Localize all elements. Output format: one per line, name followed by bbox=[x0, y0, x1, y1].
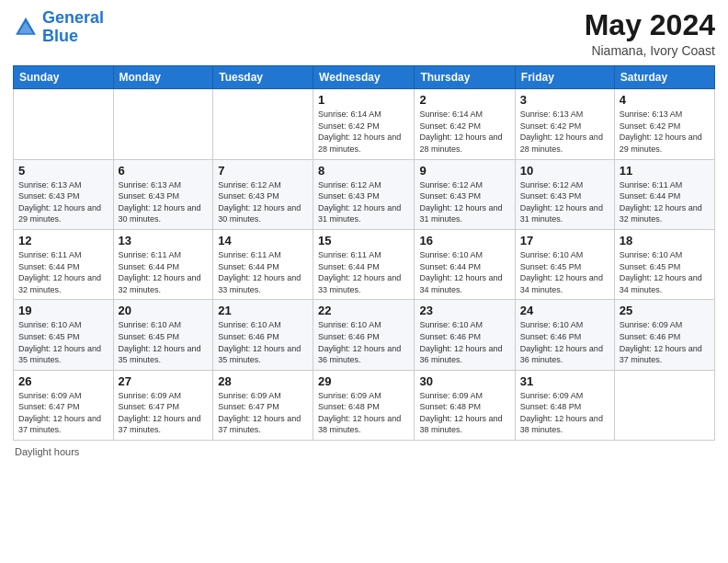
day-info: Sunrise: 6:09 AM Sunset: 6:47 PM Dayligh… bbox=[218, 390, 308, 436]
day-info: Sunrise: 6:13 AM Sunset: 6:42 PM Dayligh… bbox=[520, 109, 609, 155]
calendar-cell: 14Sunrise: 6:11 AM Sunset: 6:44 PM Dayli… bbox=[213, 229, 313, 299]
calendar-cell: 22Sunrise: 6:10 AM Sunset: 6:46 PM Dayli… bbox=[313, 300, 415, 370]
day-number: 15 bbox=[318, 234, 409, 247]
calendar-cell: 12Sunrise: 6:11 AM Sunset: 6:44 PM Dayli… bbox=[14, 229, 114, 299]
col-header-friday: Friday bbox=[515, 66, 614, 89]
calendar-cell: 20Sunrise: 6:10 AM Sunset: 6:45 PM Dayli… bbox=[113, 300, 213, 370]
day-info: Sunrise: 6:13 AM Sunset: 6:43 PM Dayligh… bbox=[119, 179, 209, 225]
calendar-cell: 11Sunrise: 6:11 AM Sunset: 6:44 PM Dayli… bbox=[614, 159, 714, 229]
location: Niamana, Ivory Coast bbox=[585, 43, 715, 58]
logo-icon bbox=[13, 15, 39, 40]
calendar-week-1: 1Sunrise: 6:14 AM Sunset: 6:42 PM Daylig… bbox=[14, 89, 715, 159]
day-number: 3 bbox=[520, 93, 609, 107]
calendar-cell: 29Sunrise: 6:09 AM Sunset: 6:48 PM Dayli… bbox=[313, 370, 415, 440]
day-number: 13 bbox=[119, 234, 209, 247]
calendar-header-row: SundayMondayTuesdayWednesdayThursdayFrid… bbox=[14, 66, 715, 89]
day-info: Sunrise: 6:09 AM Sunset: 6:48 PM Dayligh… bbox=[520, 390, 609, 436]
col-header-tuesday: Tuesday bbox=[213, 66, 313, 89]
day-info: Sunrise: 6:09 AM Sunset: 6:47 PM Dayligh… bbox=[18, 390, 108, 436]
day-info: Sunrise: 6:14 AM Sunset: 6:42 PM Dayligh… bbox=[318, 109, 409, 155]
calendar-cell: 25Sunrise: 6:09 AM Sunset: 6:46 PM Dayli… bbox=[614, 300, 714, 370]
day-number: 26 bbox=[18, 374, 108, 388]
day-number: 11 bbox=[620, 164, 710, 178]
day-info: Sunrise: 6:10 AM Sunset: 6:45 PM Dayligh… bbox=[119, 319, 209, 365]
day-number: 30 bbox=[419, 374, 509, 388]
calendar-cell: 8Sunrise: 6:12 AM Sunset: 6:43 PM Daylig… bbox=[313, 159, 415, 229]
day-info: Sunrise: 6:12 AM Sunset: 6:43 PM Dayligh… bbox=[218, 179, 308, 225]
day-info: Sunrise: 6:12 AM Sunset: 6:43 PM Dayligh… bbox=[419, 179, 509, 225]
calendar-cell bbox=[213, 89, 313, 159]
day-number: 16 bbox=[419, 234, 509, 247]
day-number: 9 bbox=[419, 164, 509, 178]
day-number: 12 bbox=[18, 234, 108, 247]
day-info: Sunrise: 6:09 AM Sunset: 6:48 PM Dayligh… bbox=[318, 390, 409, 436]
calendar-cell bbox=[113, 89, 213, 159]
calendar-cell: 4Sunrise: 6:13 AM Sunset: 6:42 PM Daylig… bbox=[614, 89, 714, 159]
calendar-cell: 16Sunrise: 6:10 AM Sunset: 6:44 PM Dayli… bbox=[415, 229, 515, 299]
col-header-wednesday: Wednesday bbox=[313, 66, 415, 89]
day-info: Sunrise: 6:09 AM Sunset: 6:46 PM Dayligh… bbox=[620, 319, 710, 365]
logo-general: General bbox=[42, 8, 104, 27]
day-number: 20 bbox=[119, 304, 209, 317]
day-info: Sunrise: 6:11 AM Sunset: 6:44 PM Dayligh… bbox=[119, 249, 209, 295]
day-number: 23 bbox=[419, 304, 509, 317]
logo-text: General Blue bbox=[42, 9, 104, 46]
day-number: 14 bbox=[218, 234, 308, 247]
calendar-cell bbox=[14, 89, 114, 159]
day-number: 29 bbox=[318, 374, 409, 388]
calendar-cell: 31Sunrise: 6:09 AM Sunset: 6:48 PM Dayli… bbox=[515, 370, 614, 440]
calendar-cell: 24Sunrise: 6:10 AM Sunset: 6:46 PM Dayli… bbox=[515, 300, 614, 370]
col-header-thursday: Thursday bbox=[415, 66, 515, 89]
daylight-label: Daylight hours bbox=[15, 446, 79, 457]
day-info: Sunrise: 6:10 AM Sunset: 6:45 PM Dayligh… bbox=[520, 249, 609, 295]
footer: Daylight hours bbox=[13, 446, 715, 457]
day-number: 18 bbox=[620, 234, 710, 247]
day-info: Sunrise: 6:11 AM Sunset: 6:44 PM Dayligh… bbox=[318, 249, 409, 295]
calendar-cell: 3Sunrise: 6:13 AM Sunset: 6:42 PM Daylig… bbox=[515, 89, 614, 159]
day-info: Sunrise: 6:10 AM Sunset: 6:46 PM Dayligh… bbox=[218, 319, 308, 365]
calendar-cell bbox=[614, 370, 714, 440]
day-number: 24 bbox=[520, 304, 609, 317]
calendar-cell: 1Sunrise: 6:14 AM Sunset: 6:42 PM Daylig… bbox=[313, 89, 415, 159]
calendar-cell: 9Sunrise: 6:12 AM Sunset: 6:43 PM Daylig… bbox=[415, 159, 515, 229]
col-header-sunday: Sunday bbox=[14, 66, 114, 89]
day-info: Sunrise: 6:09 AM Sunset: 6:48 PM Dayligh… bbox=[419, 390, 509, 436]
calendar-week-2: 5Sunrise: 6:13 AM Sunset: 6:43 PM Daylig… bbox=[14, 159, 715, 229]
col-header-monday: Monday bbox=[113, 66, 213, 89]
calendar-week-4: 19Sunrise: 6:10 AM Sunset: 6:45 PM Dayli… bbox=[14, 300, 715, 370]
day-info: Sunrise: 6:09 AM Sunset: 6:47 PM Dayligh… bbox=[119, 390, 209, 436]
day-info: Sunrise: 6:11 AM Sunset: 6:44 PM Dayligh… bbox=[620, 179, 710, 225]
day-number: 1 bbox=[318, 93, 409, 107]
day-info: Sunrise: 6:11 AM Sunset: 6:44 PM Dayligh… bbox=[18, 249, 108, 295]
day-info: Sunrise: 6:11 AM Sunset: 6:44 PM Dayligh… bbox=[218, 249, 308, 295]
calendar-cell: 7Sunrise: 6:12 AM Sunset: 6:43 PM Daylig… bbox=[213, 159, 313, 229]
day-info: Sunrise: 6:10 AM Sunset: 6:46 PM Dayligh… bbox=[318, 319, 409, 365]
day-info: Sunrise: 6:14 AM Sunset: 6:42 PM Dayligh… bbox=[419, 109, 509, 155]
day-number: 22 bbox=[318, 304, 409, 317]
calendar-week-5: 26Sunrise: 6:09 AM Sunset: 6:47 PM Dayli… bbox=[14, 370, 715, 440]
day-number: 27 bbox=[119, 374, 209, 388]
calendar-cell: 10Sunrise: 6:12 AM Sunset: 6:43 PM Dayli… bbox=[515, 159, 614, 229]
calendar-cell: 30Sunrise: 6:09 AM Sunset: 6:48 PM Dayli… bbox=[415, 370, 515, 440]
day-info: Sunrise: 6:12 AM Sunset: 6:43 PM Dayligh… bbox=[318, 179, 409, 225]
calendar-week-3: 12Sunrise: 6:11 AM Sunset: 6:44 PM Dayli… bbox=[14, 229, 715, 299]
calendar-cell: 13Sunrise: 6:11 AM Sunset: 6:44 PM Dayli… bbox=[113, 229, 213, 299]
calendar-cell: 23Sunrise: 6:10 AM Sunset: 6:46 PM Dayli… bbox=[415, 300, 515, 370]
day-number: 4 bbox=[620, 93, 710, 107]
day-number: 31 bbox=[520, 374, 609, 388]
day-number: 25 bbox=[620, 304, 710, 317]
calendar-table: SundayMondayTuesdayWednesdayThursdayFrid… bbox=[13, 65, 715, 441]
day-number: 7 bbox=[218, 164, 308, 178]
day-info: Sunrise: 6:10 AM Sunset: 6:46 PM Dayligh… bbox=[520, 319, 609, 365]
title-block: May 2024 Niamana, Ivory Coast bbox=[585, 9, 715, 58]
page: General Blue May 2024 Niamana, Ivory Coa… bbox=[0, 0, 728, 563]
day-info: Sunrise: 6:10 AM Sunset: 6:45 PM Dayligh… bbox=[18, 319, 108, 365]
day-number: 19 bbox=[18, 304, 108, 317]
col-header-saturday: Saturday bbox=[614, 66, 714, 89]
month-year: May 2024 bbox=[585, 9, 715, 41]
day-info: Sunrise: 6:13 AM Sunset: 6:42 PM Dayligh… bbox=[620, 109, 710, 155]
day-number: 21 bbox=[218, 304, 308, 317]
day-info: Sunrise: 6:10 AM Sunset: 6:46 PM Dayligh… bbox=[419, 319, 509, 365]
logo-blue: Blue bbox=[42, 27, 78, 45]
header: General Blue May 2024 Niamana, Ivory Coa… bbox=[13, 9, 715, 58]
